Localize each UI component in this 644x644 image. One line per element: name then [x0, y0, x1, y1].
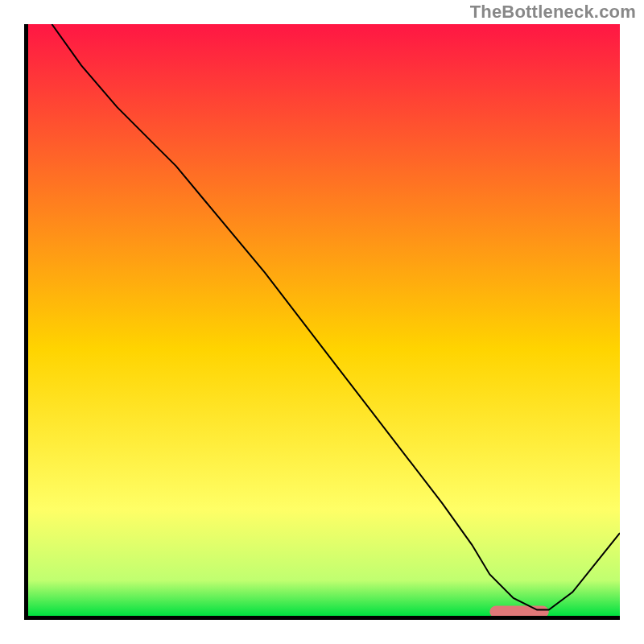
watermark-text: TheBottleneck.com	[470, 2, 636, 23]
axis-frame	[24, 24, 620, 620]
chart-container: TheBottleneck.com	[0, 0, 644, 644]
